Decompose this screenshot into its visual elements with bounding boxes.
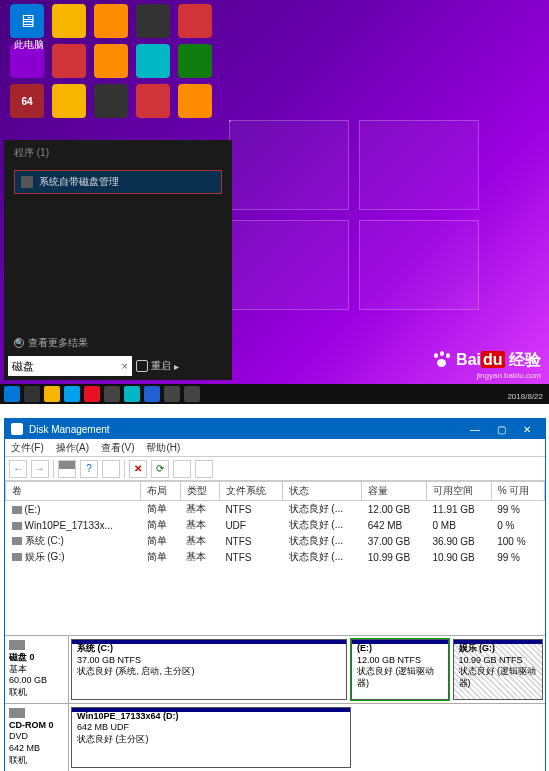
toolbar-button[interactable] xyxy=(195,460,213,478)
forward-button[interactable] xyxy=(31,460,49,478)
table-row[interactable]: (E:)简单基本NTFS状态良好 (...12.00 GB11.91 GB99 … xyxy=(6,501,545,518)
window-title: Disk Management xyxy=(29,424,110,435)
disk-management-window: Disk Management — ▢ ✕ 文件(F) 操作(A) 查看(V) … xyxy=(4,418,546,771)
disk-0-row[interactable]: 磁盘 0 基本 60.00 GB 联机 系统 (C:) 37.00 GB NTF… xyxy=(5,636,545,704)
delete-button[interactable]: ✕ xyxy=(129,460,147,478)
view-button[interactable] xyxy=(58,460,76,478)
app-icon[interactable] xyxy=(178,84,212,118)
part-status: 状态良好 (逻辑驱动器) xyxy=(459,666,537,688)
cdrom-icon xyxy=(9,708,25,718)
start-button[interactable] xyxy=(4,386,20,402)
col-layout[interactable]: 布局 xyxy=(141,482,180,501)
app-icon[interactable] xyxy=(136,44,170,78)
app-icon[interactable] xyxy=(178,4,212,38)
app-icon[interactable] xyxy=(94,84,128,118)
menu-view[interactable]: 查看(V) xyxy=(101,441,134,455)
part-title: 娱乐 (G:) xyxy=(459,643,496,653)
taskbar-app-icon[interactable] xyxy=(84,386,100,402)
volume-icon xyxy=(12,522,22,530)
refresh-button[interactable] xyxy=(151,460,169,478)
search-input[interactable]: 磁盘 × xyxy=(8,356,132,376)
toolbar-button[interactable] xyxy=(102,460,120,478)
partition-d[interactable]: Win10PE_17133x64 (D:) 642 MB UDF 状态良好 (主… xyxy=(71,707,351,768)
minimize-button[interactable]: — xyxy=(463,421,487,437)
see-more-results[interactable]: 🔍 查看更多结果 xyxy=(14,336,88,350)
disk-0-size: 60.00 GB xyxy=(9,675,64,687)
taskbar-app-icon[interactable] xyxy=(104,386,120,402)
col-volume[interactable]: 卷 xyxy=(6,482,141,501)
app-icon[interactable] xyxy=(94,44,128,78)
disk-icon xyxy=(9,640,25,650)
taskbar-app-icon[interactable] xyxy=(164,386,180,402)
app-icon[interactable] xyxy=(52,44,86,78)
search-icon: 🔍 xyxy=(14,338,24,348)
app-icon[interactable] xyxy=(178,44,212,78)
cdrom-0-header: CD-ROM 0 DVD 642 MB 联机 xyxy=(5,704,69,771)
baidu-cn: 经验 xyxy=(509,351,541,368)
cdrom-type: DVD xyxy=(9,731,64,743)
chevron-right-icon: ▸ xyxy=(174,361,179,372)
cdrom-size: 642 MB xyxy=(9,743,64,755)
app-icon[interactable] xyxy=(94,4,128,38)
taskbar-search-icon[interactable] xyxy=(24,386,40,402)
app-icon[interactable] xyxy=(52,84,86,118)
titlebar: Disk Management — ▢ ✕ xyxy=(5,419,545,439)
file-explorer-icon[interactable] xyxy=(44,386,60,402)
desktop-icon-grid: 🖥 64 xyxy=(10,4,216,122)
restart-button[interactable]: 重启 ▸ xyxy=(136,359,179,373)
taskbar xyxy=(0,384,549,404)
volume-icon xyxy=(12,553,22,561)
ie-icon[interactable] xyxy=(64,386,80,402)
menu-help[interactable]: 帮助(H) xyxy=(146,441,180,455)
part-title: Win10PE_17133x64 (D:) xyxy=(77,711,178,721)
this-pc-icon[interactable]: 🖥 xyxy=(10,4,44,38)
maximize-button[interactable]: ▢ xyxy=(489,421,513,437)
disk-mgmt-icon xyxy=(21,176,33,188)
taskbar-app-icon[interactable] xyxy=(184,386,200,402)
partition-c[interactable]: 系统 (C:) 37.00 GB NTFS 状态良好 (系统, 启动, 主分区) xyxy=(71,639,347,700)
col-capacity[interactable]: 容量 xyxy=(362,482,427,501)
part-title: (E:) xyxy=(357,643,372,653)
app-icon[interactable] xyxy=(52,4,86,38)
col-free[interactable]: 可用空间 xyxy=(427,482,492,501)
table-row[interactable]: 娱乐 (G:)简单基本NTFS状态良好 (...10.99 GB10.90 GB… xyxy=(6,549,545,565)
col-fs[interactable]: 文件系统 xyxy=(219,482,282,501)
volume-icon xyxy=(12,537,22,545)
partition-g[interactable]: 娱乐 (G:) 10.99 GB NTFS 状态良好 (逻辑驱动器) xyxy=(453,639,543,700)
windows-desktop: 🖥 64 此电脑 程序 (1) 系统自带磁盘管理 🔍 查看更多结果 磁盘 × xyxy=(0,0,549,404)
disk-0-label: 磁盘 0 xyxy=(9,652,64,664)
baidu-url: jingyan.baidu.com xyxy=(432,371,541,380)
taskbar-app-icon[interactable] xyxy=(144,386,160,402)
start-search-panel: 程序 (1) 系统自带磁盘管理 🔍 查看更多结果 磁盘 × 重启 ▸ xyxy=(4,140,232,380)
toolbar-button[interactable] xyxy=(173,460,191,478)
toolbar: ? ✕ xyxy=(5,457,545,481)
app-icon[interactable] xyxy=(136,84,170,118)
menubar: 文件(F) 操作(A) 查看(V) 帮助(H) xyxy=(5,439,545,457)
part-status: 状态良好 (逻辑驱动器) xyxy=(357,666,435,688)
cdrom-0-row[interactable]: CD-ROM 0 DVD 642 MB 联机 Win10PE_17133x64 … xyxy=(5,704,545,771)
close-button[interactable]: ✕ xyxy=(515,421,539,437)
back-button[interactable] xyxy=(9,460,27,478)
col-status[interactable]: 状态 xyxy=(283,482,362,501)
col-pct[interactable]: % 可用 xyxy=(491,482,544,501)
menu-file[interactable]: 文件(F) xyxy=(11,441,44,455)
volume-list-table: 卷 布局 类型 文件系统 状态 容量 可用空间 % 可用 (E:)简单基本NTF… xyxy=(5,481,545,565)
table-row[interactable]: Win10PE_17133x...简单基本UDF状态良好 (...642 MB0… xyxy=(6,517,545,533)
disk-0-status: 联机 xyxy=(9,687,64,699)
baidu-du: du xyxy=(481,351,505,368)
clear-icon[interactable]: × xyxy=(122,360,128,372)
menu-action[interactable]: 操作(A) xyxy=(56,441,89,455)
table-row[interactable]: 系统 (C:)简单基本NTFS状态良好 (...37.00 GB36.90 GB… xyxy=(6,533,545,549)
search-result-disk-management[interactable]: 系统自带磁盘管理 xyxy=(14,170,222,194)
partition-e[interactable]: (E:) 12.00 GB NTFS 状态良好 (逻辑驱动器) xyxy=(351,639,449,700)
app-icon[interactable]: 64 xyxy=(10,84,44,118)
help-button[interactable]: ? xyxy=(80,460,98,478)
app-icon[interactable] xyxy=(136,4,170,38)
baidu-watermark: Baidu 经验 jingyan.baidu.com xyxy=(432,350,541,380)
part-status: 状态良好 (主分区) xyxy=(77,734,149,744)
taskbar-app-icon[interactable] xyxy=(124,386,140,402)
date-label: 2018/8/22 xyxy=(507,392,543,401)
search-result-label: 系统自带磁盘管理 xyxy=(39,175,119,189)
col-type[interactable]: 类型 xyxy=(180,482,219,501)
disk-0-type: 基本 xyxy=(9,664,64,676)
